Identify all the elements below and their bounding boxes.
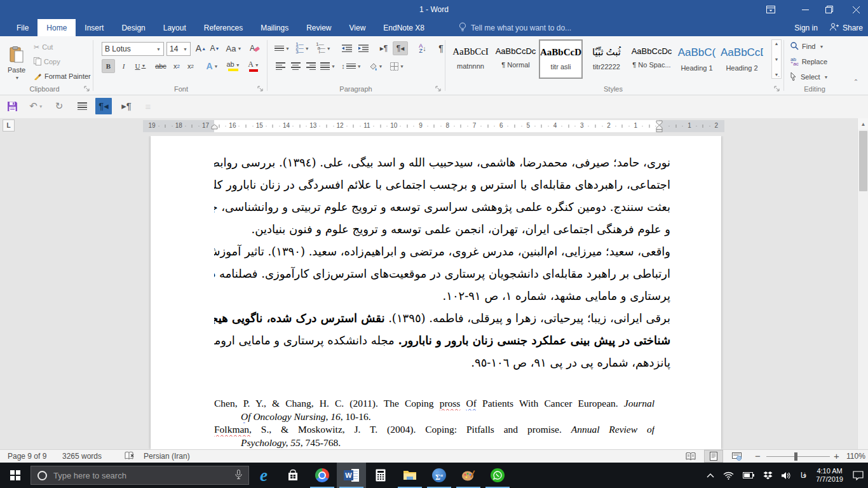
style-heading-2[interactable]: AaBbCcDHeading 2	[720, 39, 764, 79]
word-count[interactable]: 3265 words	[62, 452, 102, 461]
style-titr-asli[interactable]: AaBbCcDdtitr asli	[539, 39, 583, 79]
zoom-in-button[interactable]: +	[834, 451, 839, 461]
highlight-color-button[interactable]: ab▼	[224, 59, 243, 73]
save-button[interactable]	[4, 98, 20, 114]
redo-button[interactable]: ↻	[51, 98, 67, 114]
paste-button[interactable]: Paste ▼	[4, 40, 29, 86]
document-page[interactable]: نوری، حامد؛ صیرفی، محمدرضا، هاشمی، سیدحب…	[151, 136, 721, 449]
numbering-button[interactable]: 1—2—3—▼	[294, 41, 311, 55]
right-indent-marker[interactable]	[656, 120, 663, 135]
read-mode-button[interactable]	[681, 450, 700, 463]
ruler-strip[interactable]: 1918171615141312111098765432112	[143, 120, 724, 132]
web-layout-button[interactable]	[727, 450, 746, 463]
sort-button[interactable]: AZ↓	[414, 41, 431, 55]
borders-button[interactable]: ▼	[388, 59, 407, 73]
tab-view[interactable]: View	[341, 19, 375, 36]
tab-stop-selector[interactable]: L	[3, 119, 15, 132]
tab-references[interactable]: References	[195, 19, 252, 36]
zoom-slider-track[interactable]	[766, 456, 830, 457]
ltr-direction-button[interactable]: ▸¶	[118, 98, 135, 114]
page-indicator[interactable]: Page 9 of 9	[8, 452, 46, 461]
bullets-button[interactable]: ▼	[273, 41, 291, 55]
change-case-button[interactable]: Aa▼	[225, 41, 243, 55]
proofing-errors-icon[interactable]	[125, 451, 135, 463]
restore-button[interactable]	[818, 0, 840, 19]
select-button[interactable]: Select▼	[790, 71, 829, 83]
align-right-button[interactable]	[304, 59, 318, 73]
increase-indent-button[interactable]	[356, 41, 371, 55]
show-formatting-marks-button[interactable]: ¶	[435, 41, 447, 55]
hanging-indent-marker[interactable]	[211, 121, 218, 132]
ltr-paragraph-button[interactable]: ▸¶	[376, 41, 391, 55]
taskbar-whatsapp[interactable]	[483, 463, 512, 488]
italic-button[interactable]: I	[117, 59, 130, 73]
ribbon-display-options-icon[interactable]	[760, 0, 782, 19]
multilevel-list-button[interactable]: 1— a— i—▼	[314, 41, 333, 55]
zoom-slider-thumb[interactable]	[794, 452, 797, 461]
justify-quick-button[interactable]	[74, 98, 90, 114]
doc-text[interactable]: نوری، حامد؛ صیرفی، محمدرضا، هاشمی، سیدحب…	[214, 151, 670, 449]
styles-scroll-down[interactable]: ▼	[775, 57, 779, 62]
taskbar-calculator[interactable]	[366, 463, 395, 488]
grow-font-button[interactable]: A▲	[194, 41, 207, 55]
taskbar-search[interactable]: Type here to search	[31, 466, 249, 485]
scroll-up-arrow[interactable]: ▲	[858, 118, 868, 130]
tab-mailings[interactable]: Mailings	[252, 19, 297, 36]
taskbar-store[interactable]	[278, 463, 308, 488]
zoom-percentage[interactable]: 110%	[846, 452, 865, 461]
minimize-button[interactable]	[794, 0, 816, 19]
tab-layout[interactable]: Layout	[154, 19, 195, 36]
scrollbar-thumb[interactable]	[859, 131, 867, 191]
vertical-scrollbar[interactable]: ▲	[857, 118, 868, 449]
tab-review[interactable]: Review	[297, 19, 340, 36]
tab-design[interactable]: Design	[112, 19, 154, 36]
close-button[interactable]	[845, 0, 867, 19]
rtl-direction-button[interactable]: ¶◂	[95, 98, 112, 114]
tab-insert[interactable]: Insert	[76, 19, 112, 36]
rtl-paragraph-button[interactable]: ¶◂	[393, 41, 408, 55]
taskbar-explorer[interactable]	[395, 463, 424, 488]
sign-in-link[interactable]: Sign in	[794, 24, 818, 32]
clock[interactable]: 4:10 AM 7/7/2019	[811, 463, 848, 488]
find-button[interactable]: Find▼	[790, 40, 824, 53]
keyboard-language[interactable]: فا	[796, 463, 811, 488]
clear-formatting-button[interactable]: A	[248, 41, 262, 55]
cut-button[interactable]: ✂Cut	[33, 41, 53, 53]
shrink-font-button[interactable]: A▼	[208, 41, 221, 55]
share-button[interactable]: Share	[829, 23, 863, 33]
undo-button[interactable]: ↶▼	[25, 98, 47, 114]
taskbar-word[interactable]: W	[337, 463, 366, 488]
superscript-button[interactable]: x2	[184, 59, 197, 73]
style-no-spacing[interactable]: AaBbCcDc¶ No Spac...	[630, 39, 674, 79]
align-center-button[interactable]	[288, 59, 302, 73]
align-left-button[interactable]	[273, 59, 287, 73]
start-button[interactable]	[0, 463, 31, 488]
battery-icon[interactable]	[738, 463, 759, 488]
text-effects-button[interactable]: A▼	[203, 59, 221, 73]
decrease-indent-button[interactable]	[339, 41, 355, 55]
style-normal[interactable]: AaBbCcDc¶ Normal	[494, 39, 538, 79]
font-family-combo[interactable]: B Lotus▼	[102, 42, 164, 56]
format-painter-button[interactable]: Format Painter	[33, 71, 92, 82]
font-dialog-launcher[interactable]	[257, 86, 264, 93]
font-size-combo[interactable]: 14▼	[166, 42, 191, 56]
styles-dialog-launcher[interactable]	[774, 86, 781, 93]
volume-icon[interactable]	[777, 463, 796, 488]
wifi-icon[interactable]	[719, 463, 738, 488]
zoom-out-button[interactable]: −	[755, 451, 761, 461]
style-heading-1[interactable]: AaBbC(Heading 1	[675, 39, 719, 79]
bold-button[interactable]: B	[102, 59, 115, 73]
taskbar-chrome[interactable]	[308, 463, 337, 488]
dropbox-icon[interactable]	[759, 463, 777, 488]
taskbar-edge[interactable]: e	[249, 463, 278, 488]
replace-button[interactable]: ab⁺ac Replace	[790, 55, 828, 68]
tab-home[interactable]: Home	[37, 19, 76, 36]
language-indicator[interactable]: Persian (Iran)	[144, 452, 190, 461]
copy-button[interactable]: Copy	[33, 56, 61, 67]
collapse-ribbon-button[interactable]: ⌃	[850, 76, 862, 87]
tell-me-box[interactable]: Tell me what you want to do...	[459, 19, 571, 36]
tab-file[interactable]: File	[8, 19, 37, 36]
justify-button[interactable]: ▼	[319, 59, 337, 73]
styles-scroll-up[interactable]: ▲	[775, 41, 779, 46]
print-layout-button[interactable]	[704, 450, 723, 463]
